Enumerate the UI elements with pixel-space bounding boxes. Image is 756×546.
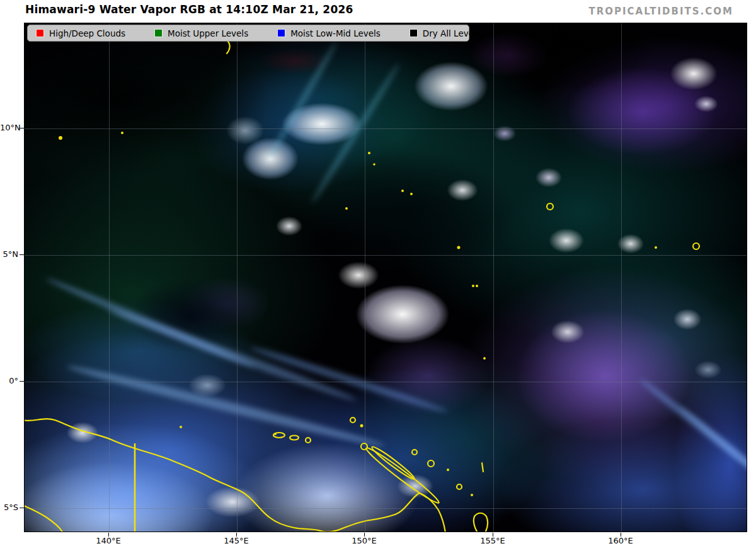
island-ring bbox=[547, 203, 553, 210]
island-dash bbox=[482, 463, 483, 472]
island-south-tip bbox=[474, 513, 488, 532]
legend-label: Moist Upper Levels bbox=[168, 28, 248, 38]
lat-label-0: 0° bbox=[0, 376, 18, 385]
island-outline bbox=[290, 436, 299, 440]
legend-item-high-deep-clouds: High/Deep Clouds bbox=[36, 28, 125, 38]
legend-swatch-blue bbox=[277, 29, 285, 37]
lat-tick bbox=[20, 508, 24, 508]
legend-item-dry: Dry All Levels bbox=[410, 28, 481, 38]
new-guinea-north-coast bbox=[25, 419, 445, 532]
legend: High/Deep Clouds Moist Upper Levels Mois… bbox=[27, 25, 469, 42]
island-ring bbox=[693, 243, 699, 249]
watermark: TROPICALTIDBITS.COM bbox=[589, 6, 734, 17]
coastlines bbox=[25, 41, 699, 532]
island-ring bbox=[350, 418, 355, 423]
legend-label: High/Deep Clouds bbox=[49, 28, 125, 38]
coastline-overlay bbox=[25, 23, 747, 532]
legend-label: Moist Low-Mid Levels bbox=[290, 28, 381, 38]
coastline-southwest bbox=[25, 505, 63, 532]
legend-item-moist-upper: Moist Upper Levels bbox=[154, 28, 248, 38]
island-ring bbox=[306, 438, 311, 443]
island-ring bbox=[428, 460, 434, 467]
island-squiggle bbox=[227, 41, 230, 54]
lon-label-145e: 145°E bbox=[217, 536, 255, 545]
lon-label-160e: 160°E bbox=[602, 536, 639, 545]
lon-label-150e: 150°E bbox=[345, 536, 383, 545]
legend-item-moist-lowmid: Moist Low-Mid Levels bbox=[277, 28, 381, 38]
lat-label-10n: 10°N bbox=[0, 123, 18, 132]
lat-tick bbox=[20, 254, 24, 255]
legend-swatch-red bbox=[36, 29, 44, 37]
page-title: Himawari-9 Water Vapor RGB at 14:10Z Mar… bbox=[25, 3, 353, 16]
lat-tick bbox=[20, 381, 24, 382]
island-new-ireland bbox=[364, 445, 441, 506]
legend-swatch-black bbox=[410, 29, 418, 37]
lon-label-155e: 155°E bbox=[474, 536, 512, 545]
island-ring bbox=[412, 450, 417, 455]
lat-label-5n: 5°N bbox=[0, 249, 18, 259]
satellite-map: High/Deep Clouds Moist Upper Levels Mois… bbox=[24, 23, 747, 532]
legend-swatch-green bbox=[154, 29, 163, 37]
island-dots bbox=[59, 132, 657, 496]
lon-label-140e: 140°E bbox=[89, 536, 127, 545]
island-ring bbox=[361, 443, 367, 450]
lat-label-5s: 5°S bbox=[0, 503, 18, 512]
legend-label: Dry All Levels bbox=[423, 28, 481, 38]
island-ring bbox=[457, 484, 462, 489]
